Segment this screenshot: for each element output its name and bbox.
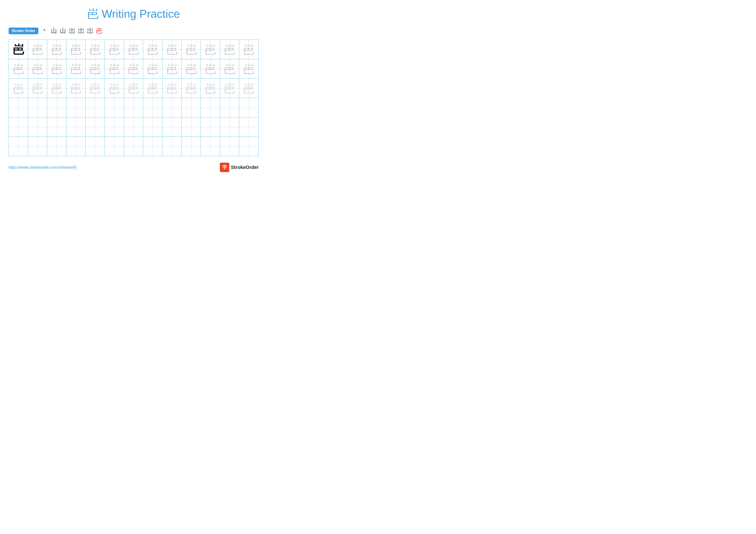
- grid-cell[interactable]: 岜: [124, 59, 143, 78]
- footer-url[interactable]: https://www.strokeorder.com/chinese/岜: [9, 165, 77, 170]
- grid-cell[interactable]: 岜: [162, 40, 182, 59]
- practice-character: 岜: [205, 83, 216, 94]
- grid-cell[interactable]: 岜: [105, 40, 124, 59]
- grid-cell[interactable]: [182, 98, 201, 117]
- grid-cell[interactable]: [143, 137, 162, 156]
- grid-cell[interactable]: [220, 98, 239, 117]
- grid-cell[interactable]: [201, 98, 220, 117]
- grid-cell[interactable]: [105, 98, 124, 117]
- grid-cell[interactable]: 岜: [67, 40, 86, 59]
- grid-cell[interactable]: [86, 137, 105, 156]
- practice-character: 岜: [147, 83, 158, 94]
- grid-cell[interactable]: [162, 98, 182, 117]
- grid-cell[interactable]: [162, 137, 182, 156]
- practice-character: 岜: [109, 83, 120, 94]
- grid-cell[interactable]: [86, 117, 105, 137]
- grid-cell[interactable]: [239, 117, 258, 137]
- grid-cell[interactable]: [9, 117, 28, 137]
- grid-cell[interactable]: 岜: [105, 79, 124, 98]
- grid-row[interactable]: [9, 98, 258, 117]
- grid-cell[interactable]: [86, 98, 105, 117]
- grid-cell[interactable]: [67, 98, 86, 117]
- grid-cell[interactable]: [182, 137, 201, 156]
- grid-cell[interactable]: [28, 137, 47, 156]
- grid-cell[interactable]: [201, 117, 220, 137]
- grid-cell[interactable]: 岜: [182, 40, 201, 59]
- grid-cell[interactable]: [105, 137, 124, 156]
- practice-grid[interactable]: 岜岜岜岜岜岜岜岜岜岜岜岜岜岜岜岜岜岜岜岜岜岜岜岜岜岜岜岜岜岜岜岜岜岜岜岜岜岜岜: [9, 39, 258, 156]
- grid-cell[interactable]: [28, 98, 47, 117]
- grid-cell[interactable]: [201, 137, 220, 156]
- grid-cell[interactable]: [47, 137, 67, 156]
- grid-cell[interactable]: 岜: [182, 59, 201, 78]
- grid-cell[interactable]: [143, 98, 162, 117]
- grid-cell[interactable]: [67, 137, 86, 156]
- grid-cell[interactable]: 岜: [9, 40, 28, 59]
- grid-cell[interactable]: [9, 98, 28, 117]
- grid-cell[interactable]: [239, 137, 258, 156]
- practice-character: 岜: [224, 63, 235, 75]
- grid-cell[interactable]: 岜: [162, 59, 182, 78]
- grid-cell[interactable]: 岜: [9, 79, 28, 98]
- grid-cell[interactable]: 岜: [220, 79, 239, 98]
- grid-cell[interactable]: 岜: [143, 79, 162, 98]
- grid-cell[interactable]: 岜: [9, 59, 28, 78]
- practice-character: 岜: [13, 63, 24, 75]
- practice-character: 岜: [90, 63, 101, 75]
- grid-row[interactable]: 岜岜岜岜岜岜岜岜岜岜岜岜岜: [9, 79, 258, 98]
- grid-row[interactable]: [9, 117, 258, 137]
- grid-cell[interactable]: 岜: [124, 40, 143, 59]
- grid-row[interactable]: 岜岜岜岜岜岜岜岜岜岜岜岜岜: [9, 40, 258, 59]
- grid-row[interactable]: [9, 137, 258, 156]
- grid-cell[interactable]: 岜: [124, 79, 143, 98]
- grid-cell[interactable]: [67, 117, 86, 137]
- grid-cell[interactable]: 岜: [201, 79, 220, 98]
- grid-row[interactable]: 岜岜岜岜岜岜岜岜岜岜岜岜岜: [9, 59, 258, 79]
- grid-cell[interactable]: 岜: [162, 79, 182, 98]
- grid-cell[interactable]: 岜: [105, 59, 124, 78]
- grid-cell[interactable]: [28, 117, 47, 137]
- grid-cell[interactable]: 岜: [220, 59, 239, 78]
- grid-cell[interactable]: [47, 117, 67, 137]
- grid-cell[interactable]: [124, 117, 143, 137]
- grid-cell[interactable]: [124, 137, 143, 156]
- grid-cell[interactable]: [239, 98, 258, 117]
- grid-cell[interactable]: 岜: [86, 40, 105, 59]
- grid-cell[interactable]: 岜: [143, 59, 162, 78]
- practice-character: 岜: [224, 83, 235, 94]
- grid-cell[interactable]: [124, 98, 143, 117]
- grid-cell[interactable]: 岜: [239, 79, 258, 98]
- grid-cell[interactable]: 岜: [239, 59, 258, 78]
- grid-cell[interactable]: 岜: [86, 59, 105, 78]
- grid-cell[interactable]: 岜: [86, 79, 105, 98]
- grid-cell[interactable]: [182, 117, 201, 137]
- practice-character: 岜: [186, 44, 197, 55]
- practice-character: 岜: [90, 44, 101, 55]
- grid-cell[interactable]: 岜: [239, 40, 258, 59]
- practice-character: 岜: [166, 83, 177, 94]
- stroke-order-badge[interactable]: Stroke Order: [9, 28, 39, 34]
- grid-cell[interactable]: 岜: [47, 40, 67, 59]
- grid-cell[interactable]: [47, 98, 67, 117]
- grid-cell[interactable]: [220, 137, 239, 156]
- grid-cell[interactable]: 岜: [67, 79, 86, 98]
- grid-cell[interactable]: [220, 117, 239, 137]
- practice-character: 岜: [128, 44, 139, 55]
- grid-cell[interactable]: 岜: [47, 59, 67, 78]
- grid-cell[interactable]: 岜: [201, 59, 220, 78]
- grid-cell[interactable]: [143, 117, 162, 137]
- grid-cell[interactable]: 岜: [143, 40, 162, 59]
- grid-cell[interactable]: 岜: [67, 59, 86, 78]
- grid-cell[interactable]: 岜: [47, 79, 67, 98]
- grid-cell[interactable]: 岜: [201, 40, 220, 59]
- grid-cell[interactable]: [9, 137, 28, 156]
- grid-cell[interactable]: [162, 117, 182, 137]
- stroke-order-row: Stroke Order 丶 山 山 岀 岀 岀 岜: [9, 27, 258, 35]
- practice-character: 岜: [128, 63, 139, 75]
- grid-cell[interactable]: 岜: [28, 79, 47, 98]
- grid-cell[interactable]: 岜: [220, 40, 239, 59]
- grid-cell[interactable]: 岜: [28, 40, 47, 59]
- grid-cell[interactable]: [105, 117, 124, 137]
- grid-cell[interactable]: 岜: [182, 79, 201, 98]
- grid-cell[interactable]: 岜: [28, 59, 47, 78]
